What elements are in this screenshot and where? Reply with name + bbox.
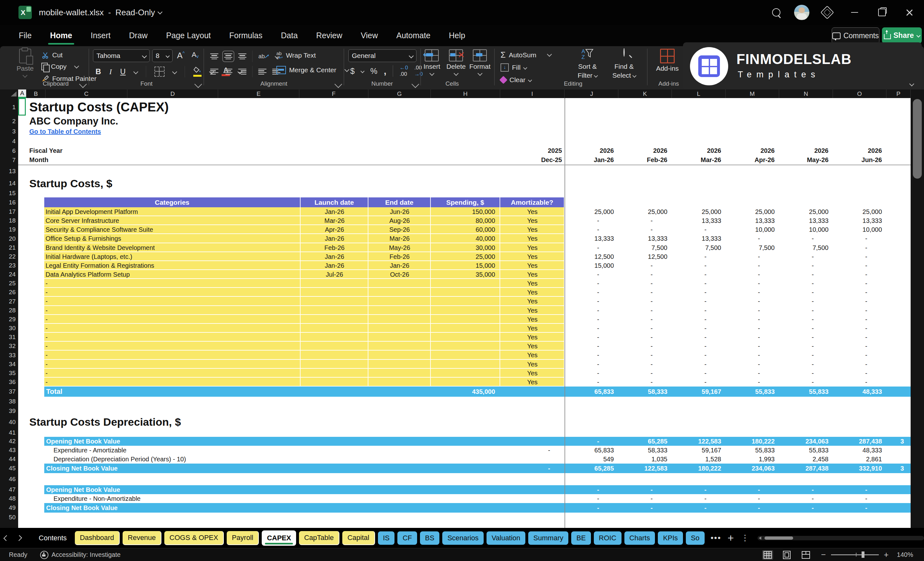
column-header-H[interactable]: H [431,90,500,98]
merge-chevron-icon[interactable] [345,67,350,72]
monthly-value-cell[interactable]: - [672,252,706,261]
amortizable-cell[interactable]: Yes [500,234,564,243]
monthly-value-cell[interactable]: - [779,369,814,378]
row-header-26[interactable]: 26 [3,288,16,297]
monthly-value-cell[interactable]: 25,000 [779,207,828,216]
total-label[interactable]: Total [46,387,174,397]
column-header-B[interactable]: B [26,90,45,98]
column-header-A[interactable]: A [18,90,26,98]
fiscal-year-value[interactable]: 2026 [779,146,828,155]
monthly-value-cell[interactable]: - [832,369,867,378]
row-header-4[interactable]: 4 [3,136,16,146]
fiscal-year-label[interactable]: Fiscal Year [29,146,157,155]
row-header-38[interactable]: 38 [3,397,16,406]
row-header-40[interactable]: 40 [3,416,16,428]
nbv-value[interactable]: 180,222 [725,437,775,446]
monthly-value-cell[interactable]: - [832,297,867,306]
decrease-decimal-button[interactable]: .00→0 [414,64,423,77]
row-header-39[interactable]: 39 [3,406,16,416]
expenditure-value[interactable]: - [832,494,867,503]
total-monthly-value[interactable]: 58,333 [618,387,668,397]
table-cell[interactable] [301,333,368,342]
expenditure-value[interactable]: 55,833 [779,446,828,454]
align-center-button[interactable] [224,68,232,76]
sheet-tab-dashboard[interactable]: Dashboard [75,531,120,545]
depreciation-value[interactable]: 549 [564,454,614,464]
sheet-tab-cogs-opex[interactable]: COGS & OPEX [164,531,224,545]
row-header-17[interactable]: 17 [3,207,16,216]
category-cell[interactable]: - [45,306,300,315]
spending-cell[interactable]: 80,000 [446,216,495,225]
monthly-value-cell[interactable]: - [725,369,760,378]
expenditure-first-value[interactable]: - [510,446,550,454]
nbv-label[interactable]: Opening Net Book Value [46,437,237,446]
monthly-value-cell[interactable]: 25,000 [564,207,614,216]
monthly-value-cell[interactable]: - [564,270,599,279]
monthly-value-cell[interactable]: - [618,369,653,378]
copy-button[interactable]: Copy [41,63,78,70]
monthly-value-cell[interactable]: - [725,351,760,360]
monthly-value-cell[interactable]: - [564,333,599,342]
expenditure-value[interactable]: 58,333 [618,446,668,454]
row-header-3[interactable]: 3 [3,126,16,136]
nbv-value[interactable]: - [510,464,550,473]
row-header-32[interactable]: 32 [3,342,16,351]
fill-button[interactable]: ↓ Fill [501,63,526,72]
monthly-value-cell[interactable]: 7,500 [725,243,775,252]
ribbon-tab-home[interactable]: Home [49,29,73,42]
new-sheet-button[interactable]: + [728,532,734,544]
nbv-label[interactable]: Closing Net Book Value [46,464,237,473]
restore-button[interactable] [872,3,891,22]
monthly-value-cell[interactable]: 10,000 [725,225,775,234]
launch-date-cell[interactable]: Mar-26 [301,216,368,225]
amortizable-cell[interactable]: Yes [500,369,564,378]
monthly-value-cell[interactable]: - [725,252,760,261]
page-layout-view-button[interactable] [782,550,792,560]
spending-cell[interactable]: 150,000 [446,207,495,216]
monthly-value-cell[interactable]: - [725,342,760,351]
table-cell[interactable] [368,324,431,333]
document-title[interactable]: mobile-wallet.xlsx-Read-Only [39,8,162,18]
monthly-value-cell[interactable]: - [832,378,867,387]
nbv-value[interactable]: 287,438 [779,464,828,473]
row-headers[interactable]: 1234671314151617181920212223242526272829… [0,98,18,528]
spending-cell[interactable]: 40,000 [446,234,495,243]
monthly-value-cell[interactable]: - [779,297,814,306]
monthly-value-cell[interactable]: - [564,315,599,324]
expenditure-value[interactable]: - [618,494,653,503]
nbv-value[interactable]: 65,285 [564,464,614,473]
ribbon-tab-data[interactable]: Data [279,29,299,42]
monthly-value-cell[interactable]: - [618,270,653,279]
monthly-value-cell[interactable]: - [779,270,814,279]
category-cell[interactable]: Initial App Development Platform [45,207,300,216]
row-header-27[interactable]: 27 [3,297,16,306]
horizontal-scrollbar-thumb[interactable] [765,537,793,540]
nbv-overflow-value[interactable]: 3 [900,437,910,446]
monthly-value-cell[interactable]: 13,333 [832,216,882,225]
row-header-18[interactable]: 18 [3,216,16,225]
sheet-tab-contents[interactable]: Contents [34,531,72,545]
amortizable-cell[interactable]: Yes [500,216,564,225]
sheet-tab-roic[interactable]: ROIC [594,531,621,545]
end-date-cell[interactable]: Mar-26 [368,234,431,243]
sheet-tab-cf[interactable]: CF [398,531,417,545]
sheet-tab-so[interactable]: So [686,531,705,545]
row-header-21[interactable]: 21 [3,243,16,252]
month-value[interactable]: Feb-26 [618,155,668,165]
row-header-13[interactable]: 13 [3,165,16,178]
monthly-value-cell[interactable]: - [832,261,867,270]
monthly-value-cell[interactable]: - [779,252,814,261]
fiscal-year-value[interactable]: 2025 [510,146,562,155]
table-cell[interactable] [368,279,431,288]
monthly-value-cell[interactable]: - [725,261,760,270]
monthly-value-cell[interactable]: 25,000 [832,207,882,216]
monthly-value-cell[interactable]: - [672,270,706,279]
sheet-title[interactable]: Startup Costs (CAPEX) [29,98,316,116]
monthly-value-cell[interactable]: 13,333 [725,216,775,225]
search-icon[interactable] [767,3,786,22]
monthly-value-cell[interactable]: - [832,288,867,297]
delete-cells-button[interactable]: Delete [446,50,466,75]
month-value[interactable]: Dec-25 [510,155,562,165]
collapse-ribbon-chevron-icon[interactable] [909,81,915,87]
category-cell[interactable]: - [45,288,300,297]
